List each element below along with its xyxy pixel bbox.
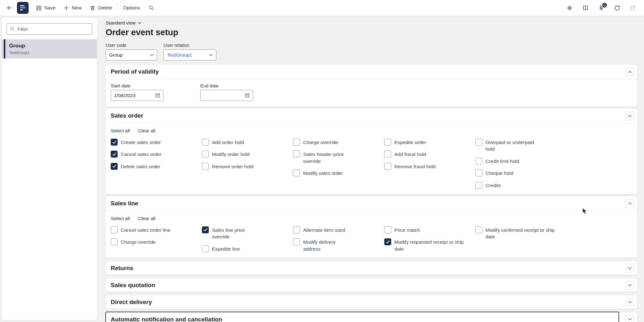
user-code-dropdown[interactable]: Group (106, 49, 157, 60)
checkbox-add-fraud-hold[interactable]: Add fraud hold (384, 151, 475, 158)
checkbox-sales-line-price-override[interactable]: Sales line price override (202, 226, 293, 240)
toolbar-search-button[interactable] (144, 0, 158, 16)
dynamics-apps-button[interactable] (566, 5, 573, 11)
collapse-section-button[interactable] (625, 112, 634, 120)
chevron-down-icon[interactable] (150, 54, 154, 56)
checkbox-box (384, 151, 391, 158)
checkbox-label: Expedite order (394, 139, 426, 146)
clear-all-link[interactable]: Clear all (138, 128, 155, 133)
checkbox-charge-override-line[interactable]: Charge override (111, 238, 202, 245)
checkbox-overpaid-or-underpaid-hold[interactable]: Overpaid or underpaid hold (475, 139, 567, 153)
filter-input[interactable] (7, 23, 92, 35)
chevron-down-icon[interactable] (209, 54, 213, 56)
expand-section-button[interactable] (625, 281, 634, 289)
checkbox-modify-sales-order[interactable]: Modify sales order (293, 169, 384, 176)
checkbox-create-sales-order[interactable]: Create sales order (111, 139, 202, 146)
sitemap-icon (20, 5, 25, 6)
checkbox-label: Credits (486, 182, 501, 189)
checkbox-add-order-hold[interactable]: Add order hold (202, 139, 293, 146)
open-in-new-window-button[interactable] (630, 5, 636, 11)
checkbox-label: Modify sales order (303, 169, 343, 176)
expand-section-button[interactable] (625, 315, 634, 322)
chevron-down-icon (628, 301, 632, 303)
start-date-field: Start date 1/08/2023 (111, 83, 164, 101)
checkbox-modify-confirmed-receipt-or-ship-date[interactable]: Modify confirmed receipt or ship date (475, 226, 567, 240)
checkbox-box (202, 139, 209, 146)
checkbox-credit-limit-hold[interactable]: Credit limit hold (475, 158, 567, 164)
checkbox-modify-delivery-address[interactable]: Modify delivery address (293, 238, 384, 252)
collapse-section-button[interactable] (625, 68, 634, 76)
checkbox-credits[interactable]: Credits (475, 182, 567, 189)
checkbox-expedite-line[interactable]: Expedite line (202, 245, 293, 252)
checkbox-expedite-order[interactable]: Expedite order (384, 139, 475, 146)
save-button[interactable]: Save (32, 0, 59, 16)
checkbox-label: Remove order hold (212, 163, 253, 170)
attachments-button[interactable]: 0 (598, 5, 604, 11)
selected-indicator-bar (4, 39, 5, 58)
chevron-down-icon (628, 267, 632, 269)
checkbox-alternate-item-used[interactable]: Alternate item used (293, 226, 384, 233)
section-returns[interactable]: Returns (106, 261, 637, 275)
toolbar-divider (118, 4, 118, 12)
start-date-value: 1/08/2023 (114, 93, 136, 98)
user-relation-value[interactable]: TestGroup1 (167, 52, 192, 58)
checkbox-remove-order-hold[interactable]: Remove order hold (202, 163, 293, 170)
checkbox-price-match[interactable]: Price match (384, 226, 475, 233)
checkbox-charge-override[interactable]: Charge override (293, 139, 384, 146)
checkbox-box (111, 139, 118, 146)
expand-section-button[interactable] (625, 298, 634, 306)
checkbox-box (111, 226, 118, 233)
checkbox-delete-sales-order[interactable]: Delete sales order (111, 163, 202, 170)
checkbox-label: Modify requested receipt or ship date (394, 238, 467, 252)
clear-all-link[interactable]: Clear all (138, 216, 155, 221)
attachment-count-badge: 0 (602, 2, 608, 8)
calendar-icon[interactable] (155, 93, 160, 98)
section-automatic-notification-and-cancellation[interactable]: Automatic notification and cancellation (106, 312, 637, 322)
back-button[interactable] (4, 3, 14, 13)
checkbox-label: Remove fraud hold (394, 163, 436, 170)
checkbox-box (293, 139, 300, 146)
collapse-section-button[interactable] (625, 199, 634, 208)
checkbox-label: Price match (394, 226, 420, 233)
select-all-link[interactable]: Select all (111, 216, 130, 221)
sitemap-menu-button[interactable] (17, 2, 29, 14)
section-header-sales-line[interactable]: Sales line (106, 196, 637, 211)
help-pane-button[interactable] (582, 5, 589, 11)
checkbox-modify-order-hold[interactable]: Modify order hold (202, 151, 293, 158)
checkbox-modify-requested-receipt-or-ship-date[interactable]: Modify requested receipt or ship date (384, 238, 475, 252)
user-relation-field: User relation TestGroup1 (164, 43, 216, 60)
end-date-input[interactable] (200, 90, 253, 101)
checkbox-remove-fraud-hold[interactable]: Remove fraud hold (384, 163, 475, 170)
checkbox-label: Credit limit hold (486, 158, 519, 164)
section-direct-delivery[interactable]: Direct delivery (106, 295, 637, 309)
checkbox-box (384, 139, 391, 146)
section-sales-order: Sales order Select all Clear all Create … (106, 108, 637, 194)
delete-button[interactable]: Delete (86, 0, 116, 16)
expand-section-button[interactable] (625, 264, 634, 272)
start-date-input[interactable]: 1/08/2023 (111, 90, 164, 101)
checkbox-cancel-sales-order[interactable]: Cancel sales order (111, 151, 202, 158)
checkbox-cancel-sales-order-line[interactable]: Cancel sales order line (111, 226, 202, 233)
chevron-down-icon (138, 22, 142, 24)
checkbox-sales-header-price-override[interactable]: Sales header price override (293, 151, 384, 164)
options-menu[interactable]: Options (119, 0, 144, 16)
user-relation-label: User relation (164, 43, 216, 48)
checkbox-box (202, 163, 209, 170)
select-all-link[interactable]: Select all (111, 128, 130, 133)
checkbox-cheque-hold[interactable]: Cheque hold (475, 169, 567, 176)
checkbox-label: Add order hold (212, 139, 244, 146)
user-relation-dropdown[interactable]: TestGroup1 (164, 49, 216, 60)
refresh-button[interactable] (614, 5, 620, 11)
filter-search-icon (10, 26, 15, 31)
checkbox-box (111, 163, 118, 170)
section-title: Automatic notification and cancellation (111, 316, 222, 322)
section-header-period-of-validity[interactable]: Period of validity (106, 64, 637, 79)
book-icon (582, 5, 589, 11)
section-header-sales-order[interactable]: Sales order (106, 108, 637, 123)
checkbox-label: Cheque hold (486, 169, 513, 176)
view-selector[interactable]: Standard view (106, 20, 142, 25)
record-list-item-group[interactable]: Group TestGroup1 (2, 39, 97, 58)
new-button[interactable]: New (59, 0, 86, 16)
calendar-icon[interactable] (245, 93, 250, 98)
section-sales-quotation[interactable]: Sales quotation (106, 278, 637, 292)
